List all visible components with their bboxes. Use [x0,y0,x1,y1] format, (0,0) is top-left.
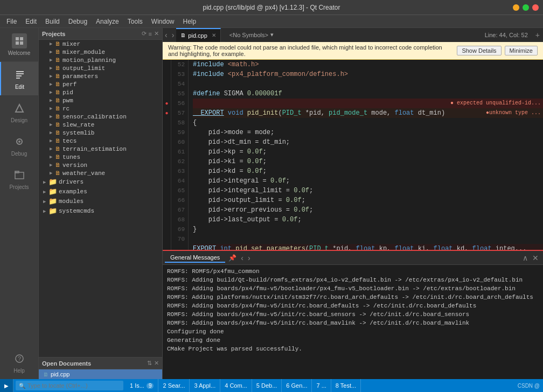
tab-nav-back[interactable]: ‹ [163,31,170,39]
tree-item-parameters[interactable]: ▶ 🗎 parameters [39,72,162,80]
maximize-btn[interactable] [523,4,529,11]
sidebar-item-debug[interactable]: Debug [0,129,38,162]
code-line-58: { [193,118,543,128]
add-tab-btn[interactable]: + [532,31,543,39]
tree-item-examples[interactable]: ▶ 📁 examples [39,187,162,197]
status-tab-7[interactable]: 7 ... [312,379,331,392]
open-documents-header: Open Documents ⇅ ✕ [39,358,162,369]
tree-item-tecs[interactable]: ▶ 🗎 tecs [39,137,162,145]
open-docs-close-btn[interactable]: ✕ [154,360,159,367]
tree-item-drivers[interactable]: ▶ 📁 drivers [39,177,162,187]
bottom-collapse-btn[interactable]: ∧ [520,254,530,262]
open-doc-pid[interactable]: 🗎 pid.cpp [39,369,162,379]
symbol-label: <No Symbols> [229,32,268,38]
tab-icon: 🗎 [180,32,186,38]
tree-item-systemlib[interactable]: ▶ 🗎 systemlib [39,129,162,137]
minimize-warning-btn[interactable]: Minimize [505,46,538,55]
tab-pidcpp[interactable]: 🗎 pid.cpp ✕ [176,28,220,42]
sidebar-item-design[interactable]: Design [0,95,38,129]
tree-item-mixer[interactable]: ▶ 🗎 mixer [39,40,162,48]
tree-item-weather-vane[interactable]: ▶ 🗎 weather_vane [39,169,162,177]
code-line-68: pid->last_output = 0.0f; [193,215,543,225]
status-tab-4[interactable]: 4 Com... [220,379,252,392]
tree-item-output-limit[interactable]: ▶ 🗎 output_limit [39,64,162,72]
msg-line-8: Configuring done [167,327,539,336]
sidebar-item-welcome[interactable]: Welcome [0,28,38,62]
status-tab-3-label: 3 Appl... [194,382,215,389]
menu-tools[interactable]: Tools [123,17,147,26]
minimize-btn[interactable] [513,4,519,11]
bottom-close-panel-btn[interactable]: ✕ [530,254,541,262]
tree-item-terrain-estimation[interactable]: ▶ 🗎 terrain_estimation [39,145,162,153]
tree-item-systemcmds[interactable]: ▶ 📁 systemcmds [39,206,162,216]
code-line-60: pid->dt_min = dt_min; [193,137,543,147]
menu-analyze[interactable]: Analyze [92,17,123,26]
sidebar-item-projects[interactable]: Projects [0,162,38,195]
sidebar-item-edit[interactable]: Edit [0,62,38,95]
bottom-nav-fwd[interactable]: › [246,254,253,262]
tree-item-version[interactable]: ▶ 🗎 version [39,161,162,169]
status-tab-3[interactable]: 3 Appl... [190,379,220,392]
code-content[interactable]: #include <math.h> #include <px4_platform… [189,60,543,250]
msg-line-7: ROMFS: Adding boards/px4/fmu-v5/init/rc.… [167,319,539,327]
status-right-icons: CSDN @ [518,383,543,389]
search-input[interactable] [27,382,120,389]
msg-line-5: ROMFS: Adding boards/px4/fmu-v5/init/rc.… [167,302,539,310]
menu-edit[interactable]: Edit [21,17,41,26]
menu-window[interactable]: Window [147,17,179,26]
status-tab-2[interactable]: 2 Sear... [158,379,190,392]
tree-item-rc[interactable]: ▶ 🗎 rc [39,104,162,113]
bottom-tab-general[interactable]: General Messages [165,253,225,263]
status-build-indicator[interactable]: ▶ [0,379,13,392]
tree-item-mixer-module[interactable]: ▶ 🗎 mixer_module [39,48,162,56]
tree-item-pid[interactable]: ▶ 🗎 pid [39,88,162,96]
open-docs-sort-btn[interactable]: ⇅ [147,360,152,367]
svg-rect-2 [16,41,19,45]
code-line-64: pid->integral = 0.0f; [193,176,543,186]
sidebar-edit-label: Edit [15,84,24,90]
status-tab-6[interactable]: 6 Gen... [282,379,312,392]
projects-close-btn[interactable]: ✕ [154,30,159,37]
code-line-63: pid->kd = 0.0f; [193,166,543,176]
menu-build[interactable]: Build [41,17,64,26]
symbol-selector[interactable]: <No Symbols> ▾ [225,28,481,42]
code-line-55: #define SIGMA 0.000001f [193,89,543,99]
msg-line-6: ROMFS: Adding boards/px4/fmu-v5/init/rc.… [167,310,539,319]
tree-item-perf[interactable]: ▶ 🗎 perf [39,80,162,88]
code-line-61: pid->kp = 0.0f; [193,147,543,157]
status-tab-1[interactable]: 1 Is... 9 [126,379,158,392]
status-tab-5[interactable]: 5 Deb... [252,379,282,392]
close-btn[interactable] [532,4,539,11]
open-doc-icon: 🗎 [43,372,48,377]
search-icon: 🔍 [19,383,25,389]
status-extra-label: CSDN @ [518,383,540,389]
msg-line-4: ROMFS: Adding platforms/nuttx/init/stm32… [167,293,539,302]
tree-item-modules[interactable]: ▶ 📁 modules [39,197,162,206]
projects-filter-btn[interactable]: ≡ [149,30,152,37]
tab-close-icon[interactable]: ✕ [212,32,216,38]
tab-nav-fwd[interactable]: › [170,31,177,39]
tree-item-pwm[interactable]: ▶ 🗎 pwm [39,96,162,104]
menu-help[interactable]: Help [179,17,201,26]
tree-item-tunes[interactable]: ▶ 🗎 tunes [39,153,162,161]
menu-debug[interactable]: Debug [64,17,92,26]
sidebar-item-help[interactable]: ? Help [0,346,38,379]
error-margin: ● ● ● [163,60,171,250]
bottom-nav-back[interactable]: ‹ [239,254,246,262]
window-title: pid.cpp (src/lib/pid @ px4) [v1.12.3] - … [203,4,340,11]
projects-header: Projects ⟳ ≡ ✕ [39,28,162,40]
tree-item-motion-planning[interactable]: ▶ 🗎 motion_planning [39,56,162,64]
bottom-content[interactable]: ROMFS: ROMFS/px4fmu_common ROMFS: Adding… [163,265,543,379]
svg-point-10 [18,141,20,143]
tree-item-sensor-calibration[interactable]: ▶ 🗎 sensor_calibration [39,113,162,121]
bottom-pin-btn[interactable]: 📌 [226,254,239,262]
menu-file[interactable]: File [2,17,21,26]
show-details-btn[interactable]: Show Details [457,46,501,55]
status-tab-8[interactable]: 8 Test... [331,379,361,392]
welcome-icon [12,33,27,48]
tree-item-slew-rate[interactable]: ▶ 🗎 slew_rate [39,121,162,129]
status-tab-6-label: 6 Gen... [286,382,307,389]
status-bar: ▶ 🔍 1 Is... 9 2 Sear... 3 Appl... 4 Com.… [0,379,543,392]
projects-sync-btn[interactable]: ⟳ [142,30,147,37]
search-box[interactable]: 🔍 [16,381,123,390]
